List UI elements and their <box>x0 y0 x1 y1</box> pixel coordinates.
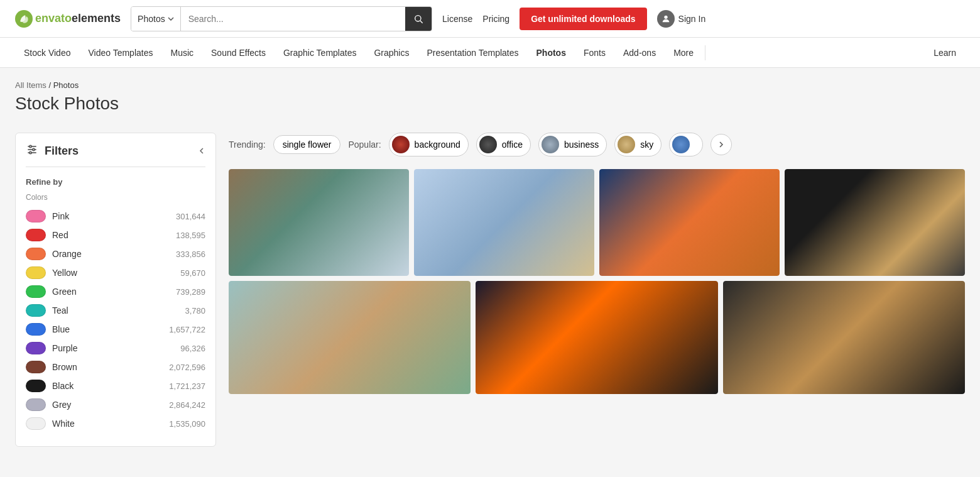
nav-stock-video[interactable]: Stock Video <box>15 38 79 68</box>
photo-item-7[interactable] <box>723 281 965 394</box>
nav-sound-effects[interactable]: Sound Effects <box>202 38 275 68</box>
color-filter-list: Pink 301,644 Red 138,595 Orange 333,856 … <box>26 207 205 433</box>
popular-chip-sky[interactable]: sky <box>614 133 662 156</box>
color-name: Blue <box>52 324 169 334</box>
photo-item-6[interactable] <box>476 281 717 394</box>
color-swatch <box>26 380 46 392</box>
nav-photos[interactable]: Photos <box>528 38 575 68</box>
nav-more[interactable]: More <box>665 38 702 68</box>
popular-chip-business[interactable]: business <box>538 133 607 156</box>
breadcrumb: All Items / Photos <box>15 80 965 90</box>
search-type-label: Photos <box>138 14 165 24</box>
photo-item-2[interactable] <box>414 169 594 276</box>
nav-graphics[interactable]: Graphics <box>365 38 418 68</box>
color-count: 96,326 <box>180 344 205 353</box>
nav-graphic-templates[interactable]: Graphic Templates <box>275 38 365 68</box>
photo-item-1[interactable] <box>229 169 409 276</box>
logo[interactable]: envatoelements <box>15 10 121 28</box>
color-name: Grey <box>52 400 169 410</box>
color-filter-item[interactable]: Black 1,721,237 <box>26 376 205 395</box>
nav-fonts[interactable]: Fonts <box>575 38 614 68</box>
trend-chip-single-flower[interactable]: single flower <box>273 135 341 154</box>
photo-item-4[interactable] <box>785 169 965 276</box>
logo-text: envatoelements <box>35 12 121 25</box>
color-filter-item[interactable]: Yellow 59,670 <box>26 263 205 282</box>
color-count: 2,864,242 <box>169 400 205 410</box>
user-avatar-icon <box>657 10 675 28</box>
color-swatch <box>26 266 46 279</box>
color-count: 3,780 <box>185 306 205 315</box>
svg-point-8 <box>33 148 35 150</box>
sky-thumb <box>618 136 635 153</box>
popular-chip-extra[interactable] <box>669 133 703 156</box>
trending-bar: Trending: single flower Popular: backgro… <box>229 133 965 156</box>
color-name: Pink <box>52 211 176 221</box>
color-filter-item[interactable]: White 1,535,090 <box>26 414 205 433</box>
popular-chip-background[interactable]: background <box>389 133 469 156</box>
color-count: 333,856 <box>176 249 205 259</box>
background-thumb <box>392 136 410 153</box>
svg-point-9 <box>30 151 31 153</box>
color-swatch <box>26 248 46 260</box>
breadcrumb-section: All Items / Photos Stock Photos <box>0 68 980 120</box>
photo-pasta-dish <box>723 281 965 394</box>
color-swatch <box>26 417 46 430</box>
license-link[interactable]: License <box>442 14 472 24</box>
photo-cocktail <box>599 169 780 276</box>
color-filter-item[interactable]: Blue 1,657,722 <box>26 320 205 339</box>
chevron-left-icon <box>198 147 205 155</box>
breadcrumb-current: Photos <box>53 80 79 90</box>
color-name: White <box>52 419 169 429</box>
business-thumb <box>542 136 559 153</box>
pricing-link[interactable]: Pricing <box>482 14 509 24</box>
photo-item-5[interactable] <box>229 281 471 394</box>
trending-label: Trending: <box>229 140 266 150</box>
popular-chip-office[interactable]: office <box>476 133 531 156</box>
svg-point-3 <box>664 15 667 18</box>
photo-hiker-mountains <box>414 169 594 276</box>
nav-video-templates[interactable]: Video Templates <box>79 38 161 68</box>
color-filter-item[interactable]: Orange 333,856 <box>26 244 205 263</box>
trending-next-button[interactable] <box>710 134 732 155</box>
color-name: Red <box>52 230 176 240</box>
search-button[interactable] <box>405 7 432 31</box>
color-filter-item[interactable]: Grey 2,864,242 <box>26 395 205 414</box>
photo-mountain-lake <box>229 169 409 276</box>
color-name: Purple <box>52 343 180 353</box>
nav-learn[interactable]: Learn <box>925 38 965 68</box>
color-name: Orange <box>52 249 176 259</box>
color-filter-item[interactable]: Teal 3,780 <box>26 301 205 320</box>
color-filter-item[interactable]: Pink 301,644 <box>26 207 205 226</box>
nav-add-ons[interactable]: Add-ons <box>614 38 665 68</box>
nav-divider <box>705 45 705 60</box>
nav-music[interactable]: Music <box>161 38 202 68</box>
color-filter-item[interactable]: Green 739,289 <box>26 282 205 301</box>
color-name: Brown <box>52 362 169 372</box>
search-type-dropdown[interactable]: Photos <box>131 7 181 31</box>
photo-item-3[interactable] <box>599 169 780 276</box>
color-swatch <box>26 342 46 354</box>
color-swatch <box>26 323 46 336</box>
filter-sliders-icon <box>26 143 38 159</box>
color-name: Yellow <box>52 268 180 278</box>
extra-thumb <box>672 136 690 153</box>
get-unlimited-button[interactable]: Get unlimited downloads <box>520 8 646 30</box>
search-container: Photos <box>131 6 432 31</box>
color-name: Black <box>52 381 169 391</box>
sidebar-collapse-button[interactable] <box>198 146 205 157</box>
color-filter-item[interactable]: Brown 2,072,596 <box>26 358 205 376</box>
sign-in-button[interactable]: Sign In <box>657 10 706 28</box>
search-input[interactable] <box>181 7 405 31</box>
color-name: Green <box>52 287 176 297</box>
color-swatch <box>26 361 46 373</box>
color-filter-item[interactable]: Red 138,595 <box>26 226 205 244</box>
filter-title: Filters <box>45 145 79 158</box>
color-count: 1,721,237 <box>169 381 205 391</box>
color-filter-item[interactable]: Purple 96,326 <box>26 339 205 358</box>
sign-in-label: Sign In <box>678 14 706 24</box>
envato-leaf-icon <box>15 10 33 28</box>
sidebar-header: Filters <box>26 143 205 167</box>
content-area: Trending: single flower Popular: backgro… <box>229 133 965 447</box>
nav-presentation-templates[interactable]: Presentation Templates <box>418 38 527 68</box>
breadcrumb-all-items[interactable]: All Items <box>15 80 46 90</box>
